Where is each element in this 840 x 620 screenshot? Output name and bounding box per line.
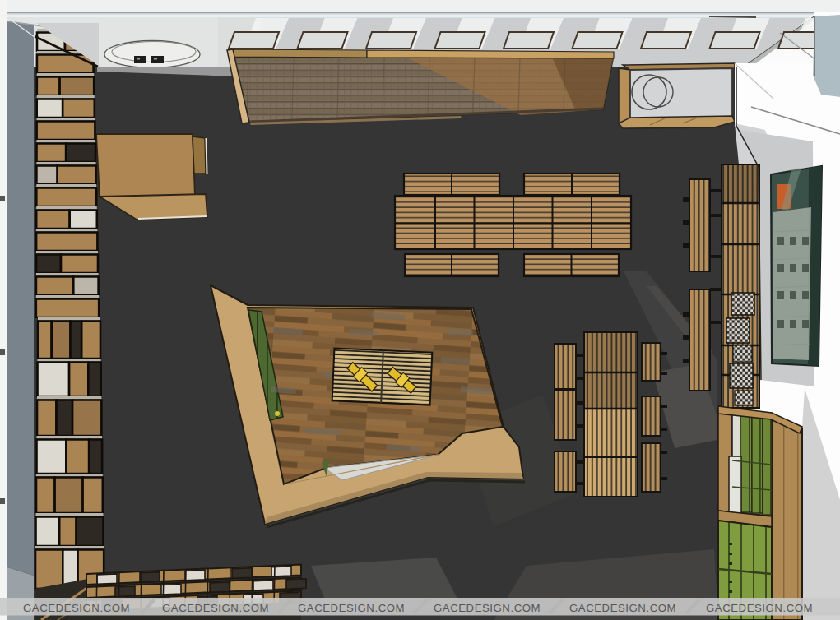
svg-text:GACEDESIGN.COM: GACEDESIGN.COM <box>569 602 676 614</box>
svg-text:GACEDESIGN.COM: GACEDESIGN.COM <box>298 602 405 614</box>
svg-text:GACEDESIGN.COM: GACEDESIGN.COM <box>23 602 130 614</box>
svg-text:GACEDESIGN.COM: GACEDESIGN.COM <box>434 602 541 614</box>
svg-text:GACEDESIGN.COM: GACEDESIGN.COM <box>706 602 813 614</box>
svg-text:GACEDESIGN.COM: GACEDESIGN.COM <box>162 602 269 614</box>
